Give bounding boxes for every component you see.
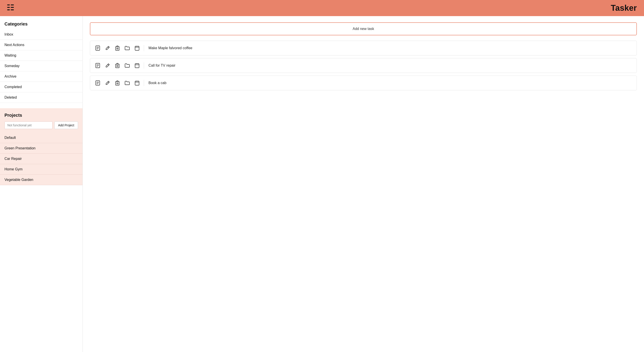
svg-rect-2 <box>7 7 10 8</box>
task-calendar-icon[interactable] <box>133 44 141 52</box>
app-header: Tasker <box>0 0 644 16</box>
svg-line-44 <box>108 82 109 83</box>
content-area: Add new task <box>83 16 644 352</box>
task-note-icon[interactable] <box>94 79 102 87</box>
task-delete-icon[interactable] <box>113 62 122 70</box>
task-separator <box>144 62 144 69</box>
add-task-button[interactable]: Add new task <box>90 22 637 35</box>
sidebar-item-archive[interactable]: Archive <box>0 71 82 82</box>
svg-rect-5 <box>11 10 14 10</box>
menu-icon[interactable] <box>7 4 14 12</box>
task-edit-icon[interactable] <box>104 44 112 52</box>
task-text: Book a cab <box>147 81 633 85</box>
sidebar: Categories Inbox Next Actions Waiting So… <box>0 16 83 352</box>
projects-title: Projects <box>0 113 82 122</box>
svg-rect-1 <box>11 4 14 5</box>
task-folder-icon[interactable] <box>123 44 131 52</box>
svg-line-10 <box>108 47 109 48</box>
svg-rect-36 <box>135 64 139 68</box>
sidebar-item-home-gym[interactable]: Home Gym <box>0 164 82 175</box>
svg-rect-3 <box>11 7 14 8</box>
task-row: Make Maple falvored coffee <box>90 41 637 56</box>
task-folder-icon[interactable] <box>123 62 131 70</box>
project-add-row: Add Project <box>0 122 82 132</box>
categories-title: Categories <box>0 22 82 29</box>
task-note-icon[interactable] <box>94 62 102 70</box>
task-text: Call for TV repair <box>147 64 633 68</box>
task-text: Make Maple falvored coffee <box>147 46 633 50</box>
task-row: Book a cab <box>90 76 637 90</box>
svg-rect-4 <box>7 10 10 10</box>
sidebar-item-next-actions[interactable]: Next Actions <box>0 40 82 50</box>
sidebar-item-car-repair[interactable]: Car Repair <box>0 154 82 164</box>
task-folder-icon[interactable] <box>123 79 131 87</box>
sidebar-item-default[interactable]: Default <box>0 132 82 143</box>
main-layout: Categories Inbox Next Actions Waiting So… <box>0 16 644 352</box>
task-delete-icon[interactable] <box>113 79 122 87</box>
sidebar-item-green-presentation[interactable]: Green Presentation <box>0 143 82 154</box>
task-edit-icon[interactable] <box>104 79 112 87</box>
app-title: Tasker <box>611 3 637 13</box>
sidebar-item-someday[interactable]: Someday <box>0 61 82 71</box>
svg-rect-0 <box>7 4 10 5</box>
sidebar-item-completed[interactable]: Completed <box>0 82 82 92</box>
projects-section: Projects Add Project Default Green Prese… <box>0 108 82 185</box>
project-name-input[interactable] <box>4 122 52 129</box>
svg-rect-53 <box>135 81 139 85</box>
task-calendar-icon[interactable] <box>133 79 141 87</box>
sidebar-item-deleted[interactable]: Deleted <box>0 92 82 103</box>
sidebar-item-waiting[interactable]: Waiting <box>0 50 82 61</box>
svg-line-27 <box>108 64 109 65</box>
task-delete-icon[interactable] <box>113 44 122 52</box>
categories-nav: Inbox Next Actions Waiting Someday Archi… <box>0 29 82 103</box>
add-project-button[interactable]: Add Project <box>54 122 78 129</box>
sidebar-item-inbox[interactable]: Inbox <box>0 29 82 40</box>
task-note-icon[interactable] <box>94 44 102 52</box>
task-separator <box>144 45 144 51</box>
task-calendar-icon[interactable] <box>133 62 141 70</box>
task-edit-icon[interactable] <box>104 62 112 70</box>
task-separator <box>144 80 144 86</box>
svg-rect-19 <box>135 46 139 50</box>
sidebar-item-vegetable-garden[interactable]: Vegetable Garden <box>0 175 82 185</box>
task-row: Call for TV repair <box>90 58 637 73</box>
